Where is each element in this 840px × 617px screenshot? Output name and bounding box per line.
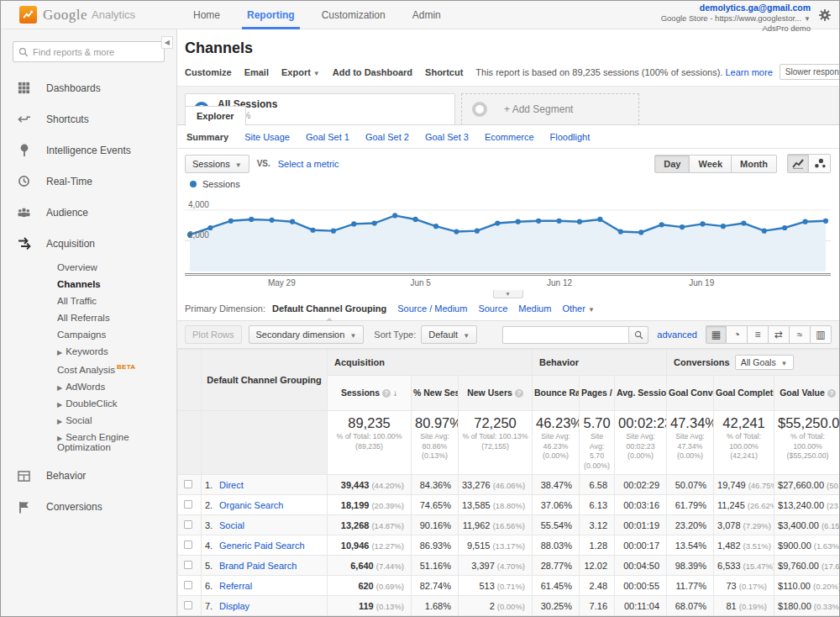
pivot-view-icon[interactable]: ▥ xyxy=(811,325,832,344)
tab-summary[interactable]: Summary xyxy=(186,132,228,142)
nav-reporting[interactable]: Reporting xyxy=(234,1,308,29)
plot-rows-button[interactable]: Plot Rows xyxy=(185,325,242,344)
sessions-chart[interactable]: 4,0002,000 May 29Jun 5Jun 12Jun 19 ▼ xyxy=(185,193,831,298)
sort-desc-icon[interactable]: ↓ xyxy=(393,388,397,398)
checkbox[interactable] xyxy=(184,500,192,509)
channel-link[interactable]: Generic Paid Search xyxy=(219,541,305,551)
sidebar-item-doubleclick[interactable]: ▶DoubleClick xyxy=(1,395,176,412)
channel-link[interactable]: Social xyxy=(219,520,244,530)
dimension-default-channel-grouping[interactable]: Default Channel Grouping xyxy=(272,303,386,314)
data-point[interactable] xyxy=(680,224,685,229)
data-point[interactable] xyxy=(454,229,459,235)
customize-button[interactable]: Customize xyxy=(185,67,232,77)
motion-chart-icon[interactable] xyxy=(809,154,831,173)
data-point[interactable] xyxy=(351,222,356,227)
sidebar-item-keywords[interactable]: ▶Keywords xyxy=(1,343,176,360)
tab-ecommerce[interactable]: Ecommerce xyxy=(485,132,534,142)
data-point[interactable] xyxy=(207,225,213,230)
sidebar-collapse-button[interactable]: ◀ xyxy=(161,36,173,49)
data-point[interactable] xyxy=(249,217,254,222)
tab-goal-set-2[interactable]: Goal Set 2 xyxy=(365,132,409,142)
data-point[interactable] xyxy=(475,229,480,234)
checkbox[interactable] xyxy=(184,561,192,569)
data-point[interactable] xyxy=(618,229,623,235)
data-point[interactable] xyxy=(741,221,746,226)
column-header-goal-conversion-rate[interactable]: Goal Conversion Rate? xyxy=(667,376,714,411)
learn-more-link[interactable]: Learn more xyxy=(726,67,773,77)
data-point[interactable] xyxy=(392,214,397,219)
secondary-dimension-dropdown[interactable]: Secondary dimension ▼ xyxy=(249,325,365,344)
sidebar-search[interactable] xyxy=(13,41,165,62)
data-point[interactable] xyxy=(372,221,377,226)
gear-icon[interactable] xyxy=(818,8,832,22)
sidebar-item-all-referrals[interactable]: All Referrals xyxy=(1,309,176,326)
sidebar-item-campaigns[interactable]: Campaigns xyxy=(1,326,176,343)
column-header-goal-completions[interactable]: Goal Completions? xyxy=(714,376,774,411)
sidebar-item-conversions[interactable]: Conversions xyxy=(1,492,176,523)
data-point[interactable] xyxy=(290,219,295,224)
data-point[interactable] xyxy=(536,219,541,224)
checkbox[interactable] xyxy=(184,601,192,609)
sidebar-item-channels[interactable]: Channels xyxy=(1,276,176,293)
help-icon[interactable]: ? xyxy=(382,389,391,398)
data-point[interactable] xyxy=(556,219,561,224)
tab-site-usage[interactable]: Site Usage xyxy=(244,132,290,142)
column-header-pages-session[interactable]: Pages / Session? xyxy=(580,376,615,411)
channel-link[interactable]: Referral xyxy=(219,581,252,591)
comparison-view-icon[interactable]: ⇄ xyxy=(769,325,790,344)
dimension-medium[interactable]: Medium xyxy=(518,303,551,314)
account-email[interactable]: demolytics.ga@gmail.com xyxy=(661,3,811,13)
shortcut-button[interactable]: Shortcut xyxy=(425,67,463,77)
granularity-week-button[interactable]: Week xyxy=(690,155,732,173)
term-cloud-view-icon[interactable]: ≈ xyxy=(790,325,811,344)
data-point[interactable] xyxy=(413,217,418,222)
channel-link[interactable]: Organic Search xyxy=(219,500,283,510)
sidebar-item-intelligence-events[interactable]: Intelligence Events xyxy=(1,134,176,166)
sidebar-item-all-traffic[interactable]: All Traffic xyxy=(1,293,176,309)
column-header-sessions[interactable]: Sessions?↓ xyxy=(328,376,412,411)
data-point[interactable] xyxy=(228,219,234,224)
data-point[interactable] xyxy=(823,219,828,224)
dimension-other[interactable]: Other▼ xyxy=(562,303,594,314)
tab-goal-set-1[interactable]: Goal Set 1 xyxy=(306,132,349,142)
column-header-avg-session-duration[interactable]: Avg. Session Duration? xyxy=(615,376,667,411)
data-point[interactable] xyxy=(700,222,705,227)
column-header-bounce-rate[interactable]: Bounce Rate? xyxy=(533,376,580,411)
add-segment-button[interactable]: + Add Segment xyxy=(461,93,639,125)
channel-link[interactable]: Direct xyxy=(219,480,244,490)
column-header-goal-value[interactable]: Goal Value? xyxy=(774,376,839,411)
export-button[interactable]: Export▼ xyxy=(281,67,320,77)
data-point[interactable] xyxy=(782,225,787,230)
column-header-new-sessions[interactable]: % New Sessions? xyxy=(412,376,459,411)
data-point[interactable] xyxy=(310,228,315,233)
nav-home[interactable]: Home xyxy=(180,1,234,29)
data-point[interactable] xyxy=(495,221,500,226)
data-point[interactable] xyxy=(721,224,726,229)
data-point[interactable] xyxy=(433,224,438,229)
help-icon[interactable]: ? xyxy=(515,389,523,398)
channel-link[interactable]: Brand Paid Search xyxy=(219,561,297,571)
data-point[interactable] xyxy=(516,219,521,224)
data-point[interactable] xyxy=(762,229,767,234)
checkbox[interactable] xyxy=(184,541,192,549)
data-point[interactable] xyxy=(270,218,275,223)
data-point[interactable] xyxy=(659,223,664,228)
dimension-source-medium[interactable]: Source / Medium xyxy=(397,303,467,314)
sidebar-item-overview[interactable]: Overview xyxy=(1,259,176,276)
table-search-input[interactable] xyxy=(502,326,628,344)
nav-customization[interactable]: Customization xyxy=(308,1,399,29)
advanced-search-link[interactable]: advanced xyxy=(657,330,697,340)
sidebar-item-real-time[interactable]: Real-Time xyxy=(1,166,176,197)
data-point[interactable] xyxy=(597,217,602,222)
line-chart-icon[interactable] xyxy=(787,154,809,173)
sidebar-item-acquisition[interactable]: Acquisition xyxy=(1,228,176,259)
chart-collapse-button[interactable]: ▼ xyxy=(493,290,523,298)
account-property-selector[interactable]: Google Store - https://www.googlestor...… xyxy=(661,13,811,24)
data-view-icon[interactable]: ▦ xyxy=(706,325,727,344)
data-point[interactable] xyxy=(638,230,643,235)
sidebar-item-audience[interactable]: Audience xyxy=(1,197,176,228)
search-input[interactable] xyxy=(33,47,159,57)
granularity-month-button[interactable]: Month xyxy=(732,155,777,173)
sidebar-item-dashboards[interactable]: Dashboards xyxy=(1,72,176,103)
data-point[interactable] xyxy=(803,219,808,224)
